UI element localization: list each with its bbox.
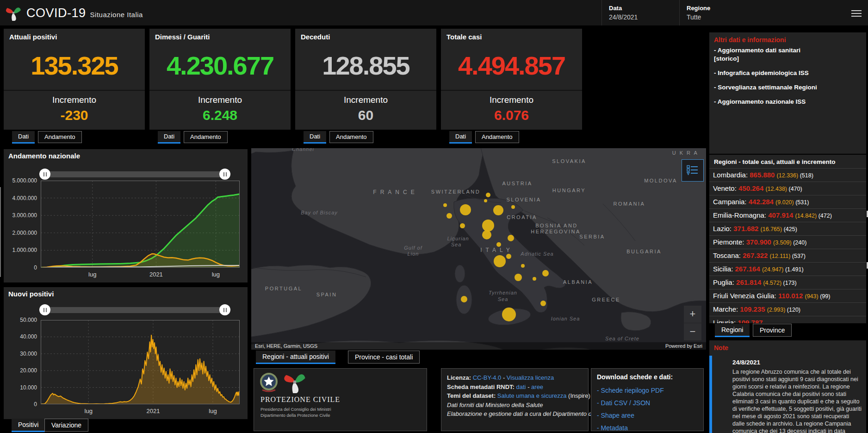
altri-dati-link[interactable]: - Aggiornamento dati sanitari [storico] — [714, 46, 862, 63]
app-header: COVID-19Situazione Italia Data 24/8/2021… — [0, 0, 868, 25]
region-name: Piemonte: — [713, 238, 746, 246]
tab-positivi[interactable]: Positivi — [12, 419, 45, 432]
powered-by-esri: Powered by Esri — [665, 342, 702, 350]
region-row[interactable]: Friuli Venezia Giulia: 110.012 (943) (99… — [709, 289, 866, 303]
region-row[interactable]: Liguria: 109.787 — [709, 316, 866, 323]
region-increment: (240) — [793, 239, 806, 246]
regioni-panel-title: Regioni - totale casi, attuali e increme… — [709, 155, 866, 169]
map-bubble[interactable] — [486, 193, 490, 197]
license-link[interactable]: dati — [516, 383, 526, 390]
tab-regioni[interactable]: Regioni — [715, 324, 750, 337]
card-title: Deceduti — [295, 29, 436, 41]
italy-map[interactable]: ChannelU K R ASLOVAKIAMOLDOVAAUSTRIAHUNG… — [251, 148, 706, 350]
slider-handle-left[interactable] — [39, 304, 50, 315]
stat-card-deceduti: Deceduti128.855Incremento60 — [295, 29, 436, 130]
map-bubble[interactable] — [460, 223, 465, 228]
region-row[interactable]: Lazio: 371.682 (16.765) (425) — [709, 222, 866, 236]
altri-dati-link[interactable]: - Sorveglianza settimanale Regioni — [714, 83, 862, 92]
map-bubble[interactable] — [515, 274, 522, 281]
map-bubble[interactable] — [540, 301, 546, 306]
region-row[interactable]: Puglia: 261.814 (4.572) (173) — [709, 276, 866, 289]
download-link[interactable]: - Metadata — [597, 422, 698, 433]
map-legend-button[interactable] — [682, 159, 704, 182]
region-total: 109.787 — [738, 319, 763, 323]
tab-dati-totale-casi[interactable]: Dati — [449, 131, 472, 144]
tab-province[interactable]: Province — [753, 324, 792, 337]
left-scrollbar[interactable] — [0, 187, 1, 277]
map-bubble[interactable] — [494, 255, 506, 267]
altri-dati-title: Altri dati e informazioni — [709, 32, 866, 46]
map-bubble[interactable] — [506, 254, 511, 259]
map-bubble[interactable] — [511, 205, 515, 209]
map-bubble[interactable] — [521, 264, 525, 268]
country-label: ALBANIA — [563, 279, 593, 285]
region-row[interactable]: Marche: 109.235 (2.993) (120) — [709, 303, 866, 316]
download-link[interactable]: - Schede riepilogo PDF — [597, 384, 698, 397]
region-selector[interactable]: Regione Tutte — [687, 5, 710, 21]
altri-dati-panel: Altri dati e informazioni - Aggiornament… — [709, 32, 866, 154]
license-link[interactable]: Salute umana e sicurezza — [497, 392, 567, 399]
card-value: 4.494.857 — [441, 41, 582, 90]
region-increment: (518) — [800, 172, 813, 179]
map-bubble[interactable] — [446, 213, 452, 219]
slider-handle-left[interactable] — [39, 169, 50, 180]
region-total: 865.880 — [750, 171, 776, 179]
tab-andamento-attuali-positivi[interactable]: Andamento — [38, 131, 82, 143]
region-attuali: (2.993) — [767, 307, 787, 313]
region-row[interactable]: Lombardia: 865.880 (12.336) (518) — [709, 169, 866, 182]
region-row[interactable]: Emilia-Romagna: 407.914 (14.842) (472) — [709, 209, 866, 222]
tab-dati-dimessi-guariti[interactable]: Dati — [158, 131, 180, 144]
region-attuali: (3.509) — [773, 239, 793, 246]
map-bubble[interactable] — [482, 220, 494, 232]
map-bubble[interactable] — [542, 270, 549, 276]
map-bubble[interactable] — [508, 235, 514, 241]
region-row[interactable]: Piemonte: 370.900 (3.509) (240) — [709, 236, 866, 249]
map-bubble[interactable] — [460, 204, 471, 215]
country-label: FRANCE — [373, 189, 418, 195]
axis-tick-label: 5.000.000 — [4, 177, 37, 184]
tab-dati-deceduti[interactable]: Dati — [304, 131, 326, 144]
map-bubble[interactable] — [443, 203, 447, 207]
tab-andamento-totale-casi[interactable]: Andamento — [475, 131, 519, 143]
tab-dati-attuali-positivi[interactable]: Dati — [12, 131, 35, 144]
region-row[interactable]: Veneto: 450.264 (12.438) (470) — [709, 182, 866, 195]
tab-andamento-deceduti[interactable]: Andamento — [329, 131, 373, 143]
region-row[interactable]: Sicilia: 267.164 (24.947) (1.491) — [709, 263, 866, 276]
menu-icon[interactable] — [851, 8, 862, 19]
download-link[interactable]: - Shape aree — [597, 409, 698, 422]
axis-tick-label: lug — [209, 408, 217, 414]
increment-label: Incremento — [441, 95, 582, 105]
map-bubble[interactable] — [496, 242, 501, 247]
country-label: BULGARIA — [626, 249, 662, 254]
slider-handle-right[interactable] — [219, 304, 230, 315]
map-bubble[interactable] — [493, 205, 503, 215]
tab-andamento-dimessi-guariti[interactable]: Andamento — [184, 131, 228, 143]
time-slider-track[interactable] — [41, 307, 229, 313]
tab-variazione[interactable]: Variazione — [44, 419, 88, 432]
altri-dati-link[interactable]: - Aggiornamento nazionale ISS — [714, 98, 862, 106]
map-bubble[interactable] — [484, 199, 487, 202]
map-bubble[interactable] — [482, 230, 491, 239]
map-bubble[interactable] — [461, 296, 467, 302]
map-bubble[interactable] — [502, 307, 516, 321]
download-title: Download schede e dati: — [597, 373, 698, 381]
note-text: La regione Abruzzo comunica che al total… — [732, 368, 863, 433]
zoom-in-button[interactable]: + — [684, 306, 701, 323]
tab-map-regioni[interactable]: Regioni - attuali positivi — [256, 351, 335, 364]
time-slider-track[interactable] — [41, 171, 229, 177]
map-bubble[interactable] — [533, 277, 536, 281]
download-link[interactable]: - Dati CSV / JSON — [597, 397, 698, 409]
altri-dati-link[interactable]: - Infografica epidemiologica ISS — [714, 69, 862, 77]
region-row[interactable]: Campania: 442.284 (9.020) (531) — [709, 195, 866, 209]
license-link[interactable]: Visualizza licenza — [507, 374, 554, 381]
region-row[interactable]: Toscana: 267.322 (12.111) (537) — [709, 249, 866, 263]
region-increment: (1.491) — [785, 266, 804, 273]
andamento-chart-plot — [41, 181, 240, 268]
zoom-out-button[interactable]: − — [684, 323, 701, 340]
date-selector[interactable]: Data 24/8/2021 — [609, 5, 638, 21]
license-link[interactable]: aree — [531, 383, 543, 390]
license-link[interactable]: CC-BY-4.0 — [473, 374, 502, 381]
tab-map-province[interactable]: Province - casi totali — [348, 351, 420, 364]
slider-handle-right[interactable] — [219, 169, 230, 180]
country-label: ROMANIA — [614, 201, 645, 207]
